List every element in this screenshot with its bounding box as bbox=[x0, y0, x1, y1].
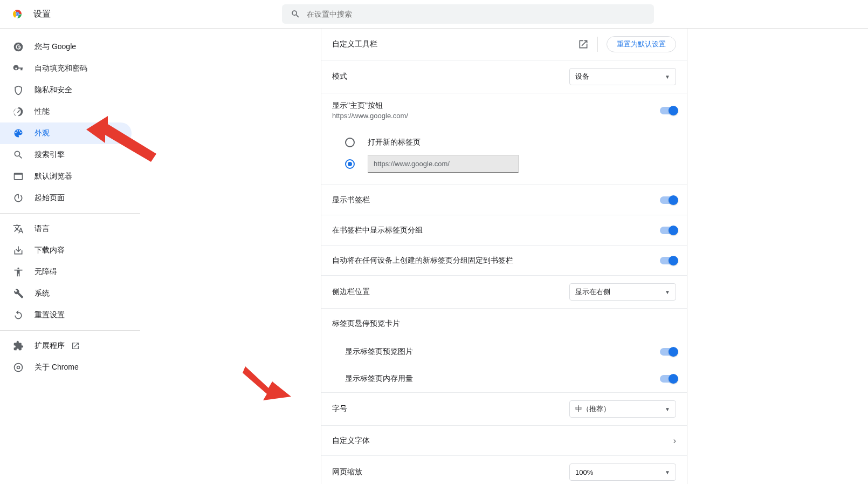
hover-card-title: 标签页悬停预览卡片 bbox=[332, 319, 676, 329]
sidebar-label: 外观 bbox=[35, 128, 50, 138]
auto-pin-groups-label: 自动将在任何设备上创建的新标签页分组固定到书签栏 bbox=[332, 256, 660, 265]
reset-icon bbox=[13, 310, 24, 321]
download-icon bbox=[13, 245, 24, 256]
sidebar-item-downloads[interactable]: 下载内容 bbox=[0, 240, 132, 261]
browser-icon bbox=[13, 171, 24, 182]
show-bookmarks-row: 显示书签栏 bbox=[321, 185, 687, 215]
chevron-down-icon: ▼ bbox=[665, 289, 670, 295]
chevron-down-icon: ▼ bbox=[665, 406, 670, 412]
sidebar-item-reset[interactable]: 重置设置 bbox=[0, 304, 132, 326]
show-bookmarks-toggle[interactable] bbox=[660, 196, 676, 204]
side-panel-value: 显示在右侧 bbox=[575, 287, 610, 297]
home-radio-group: 打开新的标签页 bbox=[321, 127, 687, 185]
extension-icon bbox=[13, 340, 24, 351]
sidebar-label: 无障碍 bbox=[35, 267, 57, 277]
search-input[interactable] bbox=[307, 10, 645, 18]
open-in-new-icon[interactable] bbox=[578, 39, 589, 50]
sidebar-item-autofill[interactable]: 自动填充和密码 bbox=[0, 58, 132, 79]
sidebar-item-you-and-google[interactable]: 您与 Google bbox=[0, 36, 132, 58]
key-icon bbox=[13, 63, 24, 74]
font-size-select[interactable]: 中（推荐） ▼ bbox=[569, 400, 676, 418]
show-tab-groups-label: 在书签栏中显示标签页分组 bbox=[332, 226, 660, 235]
mode-value: 设备 bbox=[575, 72, 589, 81]
sidebar-label: 语言 bbox=[35, 224, 50, 234]
sidebar-label: 关于 Chrome bbox=[35, 363, 79, 372]
sidebar-item-languages[interactable]: 语言 bbox=[0, 218, 132, 240]
sidebar-label: 下载内容 bbox=[35, 246, 65, 255]
sidebar-divider bbox=[0, 213, 140, 214]
radio-custom-url[interactable] bbox=[345, 153, 676, 175]
wrench-icon bbox=[13, 288, 24, 299]
search-icon bbox=[291, 9, 300, 19]
app-header: 设置 bbox=[0, 0, 868, 29]
sidebar-item-privacy[interactable]: 隐私和安全 bbox=[0, 79, 132, 101]
page-title: 设置 bbox=[33, 9, 51, 20]
open-in-new-icon bbox=[71, 342, 80, 350]
radio-new-tab-label: 打开新的标签页 bbox=[368, 138, 421, 147]
auto-pin-groups-toggle[interactable] bbox=[660, 257, 676, 264]
sidebar-label: 扩展程序 bbox=[35, 341, 65, 351]
show-mem-toggle[interactable] bbox=[660, 375, 676, 383]
show-tab-groups-row: 在书签栏中显示标签页分组 bbox=[321, 215, 687, 245]
vertical-divider bbox=[597, 37, 598, 52]
show-tab-groups-toggle[interactable] bbox=[660, 227, 676, 234]
show-home-toggle[interactable] bbox=[660, 107, 676, 114]
chevron-down-icon: ▼ bbox=[665, 469, 670, 475]
power-icon bbox=[13, 193, 24, 203]
show-preview-label: 显示标签页预览图片 bbox=[345, 347, 660, 357]
main-content: 自定义工具栏 重置为默认设置 模式 设备 ▼ 显示"主页"按钮 https:/ bbox=[321, 29, 687, 484]
sidebar-divider bbox=[0, 330, 140, 331]
sidebar-item-extensions[interactable]: 扩展程序 bbox=[0, 335, 132, 357]
custom-toolbar-row[interactable]: 自定义工具栏 重置为默认设置 bbox=[321, 29, 687, 60]
side-panel-select[interactable]: 显示在右侧 ▼ bbox=[569, 283, 676, 301]
show-preview-row: 显示标签页预览图片 bbox=[321, 338, 687, 365]
custom-toolbar-label: 自定义工具栏 bbox=[332, 39, 578, 49]
reset-default-button[interactable]: 重置为默认设置 bbox=[607, 36, 676, 52]
svg-point-3 bbox=[16, 13, 18, 15]
speedometer-icon bbox=[13, 106, 24, 117]
chrome-logo bbox=[11, 8, 24, 21]
chevron-down-icon: ▼ bbox=[665, 74, 670, 80]
accessibility-icon bbox=[13, 267, 24, 277]
show-bookmarks-label: 显示书签栏 bbox=[332, 195, 660, 205]
side-panel-row: 侧边栏位置 显示在右侧 ▼ bbox=[321, 275, 687, 308]
sidebar-item-system[interactable]: 系统 bbox=[0, 283, 132, 304]
show-mem-row: 显示标签页内存用量 bbox=[321, 365, 687, 392]
sidebar-item-about[interactable]: 关于 Chrome bbox=[0, 357, 132, 378]
custom-font-row[interactable]: 自定义字体 › bbox=[321, 425, 687, 455]
sidebar-label: 性能 bbox=[35, 107, 50, 117]
sidebar-label: 自动填充和密码 bbox=[35, 64, 87, 73]
sidebar-item-performance[interactable]: 性能 bbox=[0, 101, 132, 122]
sidebar-item-appearance[interactable]: 外观 bbox=[0, 122, 132, 144]
sidebar-item-accessibility[interactable]: 无障碍 bbox=[0, 261, 132, 283]
custom-font-label: 自定义字体 bbox=[332, 436, 673, 446]
palette-icon bbox=[13, 128, 24, 139]
radio-icon bbox=[345, 159, 355, 169]
hover-card-title-row: 标签页悬停预览卡片 bbox=[321, 308, 687, 338]
appearance-card: 自定义工具栏 重置为默认设置 模式 设备 ▼ 显示"主页"按钮 https:/ bbox=[321, 29, 687, 484]
sidebar: 您与 Google 自动填充和密码 隐私和安全 性能 外观 搜索引擎 默认浏览器… bbox=[0, 29, 140, 484]
page-zoom-select[interactable]: 100% ▼ bbox=[569, 463, 676, 481]
chrome-outline-icon bbox=[13, 362, 24, 373]
auto-pin-groups-row: 自动将在任何设备上创建的新标签页分组固定到书签栏 bbox=[321, 245, 687, 275]
show-home-label: 显示"主页"按钮 bbox=[332, 101, 660, 111]
mode-select[interactable]: 设备 ▼ bbox=[569, 68, 676, 85]
sidebar-label: 起始页面 bbox=[35, 193, 65, 203]
radio-new-tab[interactable]: 打开新的标签页 bbox=[345, 132, 676, 153]
sidebar-label: 默认浏览器 bbox=[35, 172, 72, 181]
sidebar-item-search-engine[interactable]: 搜索引擎 bbox=[0, 144, 132, 166]
font-size-label: 字号 bbox=[332, 404, 569, 414]
page-zoom-label: 网页缩放 bbox=[332, 467, 569, 477]
translate-icon bbox=[13, 223, 24, 234]
sidebar-label: 搜索引擎 bbox=[35, 150, 65, 160]
sidebar-item-default-browser[interactable]: 默认浏览器 bbox=[0, 166, 132, 187]
search-icon bbox=[13, 149, 24, 160]
side-panel-label: 侧边栏位置 bbox=[332, 287, 569, 297]
shield-icon bbox=[13, 85, 24, 96]
show-preview-toggle[interactable] bbox=[660, 348, 676, 356]
home-url-input[interactable] bbox=[368, 155, 519, 173]
search-container[interactable] bbox=[282, 4, 654, 24]
sidebar-item-on-startup[interactable]: 起始页面 bbox=[0, 187, 132, 209]
sidebar-label: 系统 bbox=[35, 289, 50, 298]
radio-icon bbox=[345, 138, 355, 147]
